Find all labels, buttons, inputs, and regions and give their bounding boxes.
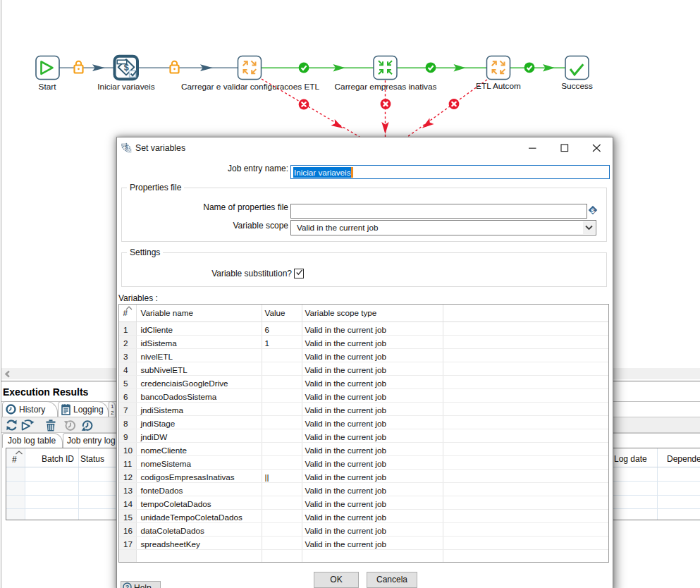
svg-text:?: ? bbox=[125, 583, 129, 588]
svg-text:Carregar empresas inativas: Carregar empresas inativas bbox=[335, 82, 437, 92]
svg-text:$: $ bbox=[124, 63, 129, 73]
svg-text:$: $ bbox=[591, 206, 595, 214]
svg-text:Success: Success bbox=[561, 81, 593, 91]
svg-text:Start: Start bbox=[39, 82, 57, 92]
svg-text:Carregar e validar configuraco: Carregar e validar configuracoes ETL bbox=[181, 82, 319, 92]
svg-text:Iniciar variaveis: Iniciar variaveis bbox=[97, 82, 154, 92]
svg-text:ETL Autcom: ETL Autcom bbox=[476, 81, 521, 91]
